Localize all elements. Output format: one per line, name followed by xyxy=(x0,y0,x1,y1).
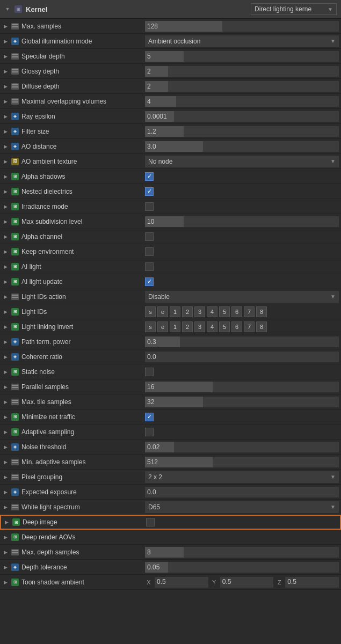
light-id-btn-1[interactable]: 1 xyxy=(170,321,180,332)
expand-arrow-parallel-samples[interactable]: ▶ xyxy=(2,384,9,390)
checkbox-ai-light-update[interactable]: ✓ xyxy=(145,277,154,286)
value-bar-min-adaptive-samples[interactable]: 512 xyxy=(145,457,339,467)
expand-arrow-adaptive-sampling[interactable]: ▶ xyxy=(2,429,9,435)
expand-arrow-max-samples[interactable]: ▶ xyxy=(2,23,9,30)
light-id-btn-e[interactable]: e xyxy=(157,306,168,317)
value-bar-filter-size[interactable]: 1.2 xyxy=(145,126,339,137)
value-bar-noise-threshold[interactable]: 0.02 xyxy=(145,442,339,452)
value-bar-ray-epsilon[interactable]: 0.0001 xyxy=(145,111,339,122)
light-id-btn-8[interactable]: 8 xyxy=(256,306,267,317)
expand-arrow-ray-epsilon[interactable]: ▶ xyxy=(2,113,9,120)
checkbox-deep-image[interactable] xyxy=(146,518,155,526)
expand-arrow-coherent-ratio[interactable]: ▶ xyxy=(2,354,9,360)
checkbox-alpha-channel[interactable] xyxy=(145,232,154,241)
dropdown-ao-ambient-tex[interactable]: No node ▼ xyxy=(145,156,339,167)
expand-arrow-expected-exposure[interactable]: ▶ xyxy=(2,489,9,495)
value-bar-specular-depth[interactable]: 5 xyxy=(145,51,339,62)
expand-arrow-ao-distance[interactable]: ▶ xyxy=(2,143,9,150)
dropdown-pixel-grouping[interactable]: 2 x 2 ▼ xyxy=(145,471,339,483)
light-id-btn-3[interactable]: 3 xyxy=(194,306,205,317)
value-bar-glossy-depth[interactable]: 2 xyxy=(145,66,339,77)
expand-arrow-alpha-channel[interactable]: ▶ xyxy=(2,233,9,240)
light-id-btn-e[interactable]: e xyxy=(157,321,168,332)
panel-collapse-arrow[interactable]: ▼ xyxy=(4,6,11,12)
light-id-btn-s[interactable]: s xyxy=(145,306,156,317)
expand-arrow-static-noise[interactable]: ▶ xyxy=(2,369,9,375)
light-id-btn-8[interactable]: 8 xyxy=(256,321,267,332)
expand-arrow-specular-depth[interactable]: ▶ xyxy=(2,53,9,60)
expand-arrow-irradiance-mode[interactable]: ▶ xyxy=(2,203,9,210)
expand-arrow-light-ids[interactable]: ▶ xyxy=(2,309,9,315)
expand-arrow-light-ids-action[interactable]: ▶ xyxy=(2,294,9,300)
expand-arrow-ao-ambient-tex[interactable]: ▶ xyxy=(2,158,9,165)
row-right-expected-exposure: 0.0 xyxy=(145,487,341,497)
value-bar-expected-exposure[interactable]: 0.0 xyxy=(145,487,339,497)
value-bar-path-term-power[interactable]: 0.3 xyxy=(145,336,339,347)
expand-arrow-diffuse-depth[interactable]: ▶ xyxy=(2,83,9,90)
light-id-btn-4[interactable]: 4 xyxy=(207,321,217,332)
expand-arrow-keep-environment[interactable]: ▶ xyxy=(2,248,9,255)
light-id-btn-2[interactable]: 2 xyxy=(182,321,193,332)
kernel-type-dropdown[interactable]: Direct lighting kerne ▼ xyxy=(251,3,337,15)
light-id-btn-4[interactable]: 4 xyxy=(207,306,217,317)
expand-arrow-ai-light-update[interactable]: ▶ xyxy=(2,279,9,285)
expand-arrow-alpha-shadows[interactable]: ▶ xyxy=(2,173,9,180)
xyz-y-value-toon-shadow-ambient[interactable]: 0.5 xyxy=(220,577,274,588)
checkbox-ai-light[interactable] xyxy=(145,262,154,271)
light-id-btn-1[interactable]: 1 xyxy=(170,306,180,317)
expand-arrow-light-linking-invert[interactable]: ▶ xyxy=(2,324,9,330)
light-id-btn-7[interactable]: 7 xyxy=(244,321,255,332)
xyz-z-value-toon-shadow-ambient[interactable]: 0.5 xyxy=(285,577,339,588)
value-bar-max-tile-samples[interactable]: 32 xyxy=(145,397,339,407)
expand-arrow-max-depth-samples[interactable]: ▶ xyxy=(2,549,9,555)
expand-arrow-glossy-depth[interactable]: ▶ xyxy=(2,68,9,75)
value-bar-coherent-ratio[interactable]: 0.0 xyxy=(145,352,339,362)
label-light-linking-invert: Light linking invert xyxy=(21,323,73,331)
expand-arrow-deep-image[interactable]: ▶ xyxy=(3,519,10,525)
value-bar-diffuse-depth[interactable]: 2 xyxy=(145,81,339,92)
light-id-btn-3[interactable]: 3 xyxy=(194,321,205,332)
dropdown-light-ids-action[interactable]: Disable ▼ xyxy=(145,291,339,303)
xyz-x-value-toon-shadow-ambient[interactable]: 0.5 xyxy=(155,577,208,588)
value-bar-max-subdiv-level[interactable]: 10 xyxy=(145,216,339,227)
expand-arrow-nested-dielectrics[interactable]: ▶ xyxy=(2,188,9,195)
light-id-btn-5[interactable]: 5 xyxy=(219,321,230,332)
expand-arrow-noise-threshold[interactable]: ▶ xyxy=(2,444,9,450)
value-bar-depth-tolerance[interactable]: 0.05 xyxy=(145,562,339,573)
value-bar-parallel-samples[interactable]: 16 xyxy=(145,382,339,392)
value-bar-ao-distance[interactable]: 3.0 xyxy=(145,141,339,152)
value-bar-max-depth-samples[interactable]: 8 xyxy=(145,547,339,558)
checkbox-static-noise[interactable] xyxy=(145,368,154,376)
light-id-btn-6[interactable]: 6 xyxy=(231,321,242,332)
expand-arrow-filter-size[interactable]: ▶ xyxy=(2,128,9,135)
checkbox-irradiance-mode[interactable] xyxy=(145,202,154,211)
value-bar-max-samples[interactable]: 128 xyxy=(145,21,339,32)
expand-arrow-deep-render-aovs[interactable]: ▶ xyxy=(2,534,9,540)
light-id-btn-s[interactable]: s xyxy=(145,321,156,332)
expand-arrow-max-overlap-vol[interactable]: ▶ xyxy=(2,98,9,105)
checkbox-alpha-shadows[interactable]: ✓ xyxy=(145,172,154,181)
value-bar-max-overlap-vol[interactable]: 4 xyxy=(145,96,339,107)
expand-arrow-min-adaptive-samples[interactable]: ▶ xyxy=(2,459,9,465)
dropdown-white-light-spectrum[interactable]: D65 ▼ xyxy=(145,501,339,513)
light-id-btn-5[interactable]: 5 xyxy=(219,306,230,317)
dropdown-global-illum[interactable]: Ambient occlusion ▼ xyxy=(145,35,339,47)
expand-arrow-path-term-power[interactable]: ▶ xyxy=(2,339,9,345)
expand-arrow-pixel-grouping[interactable]: ▶ xyxy=(2,474,9,480)
expand-arrow-white-light-spectrum[interactable]: ▶ xyxy=(2,504,9,510)
expand-arrow-max-tile-samples[interactable]: ▶ xyxy=(2,399,9,405)
expand-arrow-minimize-net-traffic[interactable]: ▶ xyxy=(2,414,9,420)
checkbox-nested-dielectrics[interactable]: ✓ xyxy=(145,187,154,196)
checkbox-keep-environment[interactable] xyxy=(145,247,154,256)
expand-arrow-depth-tolerance[interactable]: ▶ xyxy=(2,564,9,570)
light-id-btn-2[interactable]: 2 xyxy=(182,306,193,317)
expand-arrow-global-illum[interactable]: ▶ xyxy=(2,38,9,45)
expand-arrow-ai-light[interactable]: ▶ xyxy=(2,264,9,270)
checkbox-adaptive-sampling[interactable] xyxy=(145,428,154,436)
expand-arrow-max-subdiv-level[interactable]: ▶ xyxy=(2,218,9,225)
checkbox-minimize-net-traffic[interactable]: ✓ xyxy=(145,413,154,421)
light-id-btn-6[interactable]: 6 xyxy=(231,306,242,317)
expand-arrow-toon-shadow-ambient[interactable]: ▶ xyxy=(2,579,9,586)
label-ai-light-update: AI light update xyxy=(21,278,63,286)
light-id-btn-7[interactable]: 7 xyxy=(244,306,255,317)
